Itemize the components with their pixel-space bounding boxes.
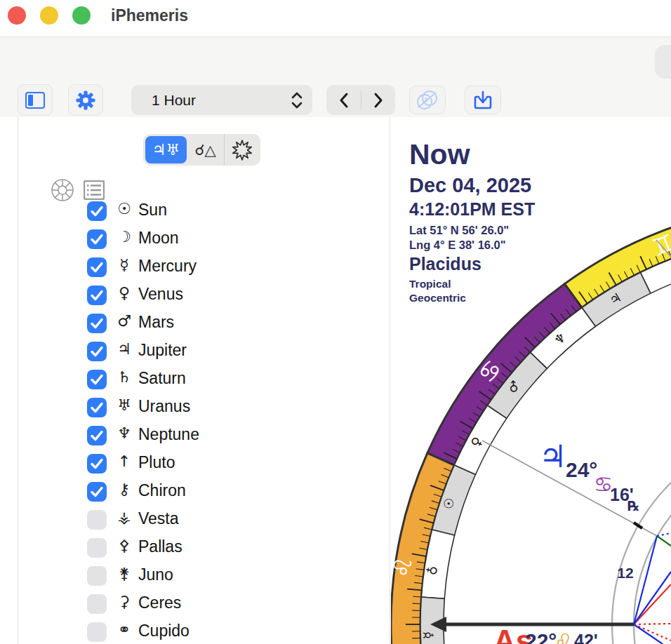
planet-row-cupido: ⚭Cupido	[18, 618, 390, 644]
planet-glyph-ceres: ⚳	[115, 593, 133, 610]
interval-popup[interactable]: 1 Hour	[131, 85, 312, 115]
checkbox-mars[interactable]	[87, 314, 107, 333]
title-bar: iPhemeris	[0, 0, 671, 37]
burst-star-icon	[231, 139, 253, 161]
ascendant-label-part-2: ♌	[554, 629, 573, 644]
planet-row-vesta: ⚶Vesta	[18, 506, 390, 534]
planet-row-saturn: ♄Saturn	[18, 365, 390, 394]
checkbox-juno[interactable]	[87, 566, 107, 586]
checkbox-saturn[interactable]	[87, 370, 107, 389]
planet-glyph-mercury: ☿	[115, 256, 133, 274]
planet-glyph-saturn: ♄	[115, 368, 133, 386]
astrology-wheel: ♊♋♌♃♆♂♀☉♁☿12♃24°♋16'℞As22°♌42'	[391, 117, 671, 644]
planet-glyph-cupido: ⚭	[115, 621, 133, 638]
jupiter-callout-part-1: 24°	[566, 458, 597, 481]
planet-row-chiron: ⚷Chiron	[18, 478, 390, 506]
planet-row-jupiter: ♃Jupiter	[18, 337, 390, 365]
biwheel-button[interactable]	[409, 86, 446, 114]
window-title: iPhemeris	[111, 6, 188, 25]
house-circle-1	[634, 446, 671, 644]
sidebar-toggle-icon	[25, 91, 46, 109]
aspect-line-5	[634, 624, 671, 624]
chart-panel: Now Dec 04, 2025 4:12:01PM EST Lat 51° N…	[391, 117, 671, 644]
planet-glyph-pluto: ↑	[115, 452, 133, 470]
planet-label-juno: Juno	[138, 565, 173, 584]
planet-row-neptune: ♆Neptune	[18, 422, 390, 450]
forward-chevron-icon	[373, 92, 384, 109]
checkbox-mercury[interactable]	[87, 257, 107, 277]
planet-row-uranus: ♅Uranus	[18, 394, 390, 422]
tab-planets[interactable]: ♃♅	[145, 136, 187, 163]
planet-row-juno: ⚵Juno	[18, 562, 390, 590]
checkbox-chiron[interactable]	[87, 482, 107, 502]
minimize-button[interactable]	[40, 6, 58, 25]
planet-glyph-vesta: ⚶	[115, 509, 133, 526]
zodiac-glyph-leo: ♌	[391, 554, 418, 579]
export-download-icon	[473, 90, 493, 111]
biwheel-icon	[415, 90, 440, 111]
planet-label-ceres: Ceres	[138, 593, 181, 612]
checkbox-venus[interactable]	[87, 286, 107, 305]
drawer-handle[interactable]	[655, 45, 671, 79]
interval-popup-label: 1 Hour	[152, 92, 291, 109]
planet-row-pluto: ↑Pluto	[18, 450, 390, 478]
planet-row-mercury: ☿Mercury	[18, 253, 390, 281]
decan-glyph-7: ☿	[420, 631, 435, 639]
aspect-line-1	[657, 536, 671, 546]
zoom-button[interactable]	[72, 6, 91, 25]
checkbox-cupido[interactable]	[87, 622, 107, 642]
planet-label-mercury: Mercury	[138, 257, 197, 276]
checkbox-uranus[interactable]	[87, 398, 107, 417]
checkbox-vesta[interactable]	[87, 510, 107, 530]
forward-button[interactable]	[361, 85, 395, 115]
planet-label-sun: Sun	[138, 201, 167, 220]
planet-label-vesta: Vesta	[138, 509, 179, 528]
planet-row-venus: ♀Venus	[18, 281, 390, 309]
planet-label-moon: Moon	[138, 229, 179, 248]
checkbox-ceres[interactable]	[87, 594, 107, 614]
planet-glyph-chiron: ⚷	[115, 481, 133, 498]
sidebar-toggle-button[interactable]	[18, 84, 53, 116]
checkbox-moon[interactable]	[87, 229, 107, 249]
checkbox-pluto[interactable]	[87, 454, 107, 474]
checkbox-jupiter[interactable]	[87, 342, 107, 361]
jupiter-callout-part-0: ♃	[539, 438, 566, 474]
planet-row-ceres: ⚳Ceres	[18, 590, 390, 618]
ascendant-label-part-3: 42'	[574, 631, 598, 644]
close-button[interactable]	[8, 6, 26, 25]
checkbox-pallas[interactable]	[87, 538, 107, 558]
export-button[interactable]	[465, 86, 501, 114]
planet-label-pluto: Pluto	[138, 453, 175, 472]
sidebar-panel: ♃♅ ☌△	[18, 117, 390, 644]
ascendant-label-part-1: 22°	[525, 629, 557, 644]
planet-glyph-jupiter: ♃	[115, 340, 133, 358]
planet-glyph-uranus: ♅	[115, 396, 133, 414]
planet-label-jupiter: Jupiter	[138, 341, 187, 360]
planet-row-sun: ☉Sun	[18, 197, 390, 225]
planet-label-cupido: Cupido	[138, 622, 190, 640]
checkbox-sun[interactable]	[87, 201, 107, 221]
planet-glyph-juno: ⚵	[115, 565, 133, 582]
planet-label-mars: Mars	[138, 313, 174, 332]
planet-label-neptune: Neptune	[138, 425, 199, 444]
back-chevron-icon	[338, 92, 350, 109]
planet-glyph-venus: ♀	[115, 284, 133, 302]
back-button[interactable]	[326, 85, 361, 115]
tab-fixed-stars[interactable]	[225, 134, 260, 166]
planet-glyph-moon: ☽	[115, 228, 133, 246]
settings-button[interactable]	[68, 84, 103, 116]
planet-label-venus: Venus	[138, 285, 183, 304]
toolbar: 1 Hour	[0, 37, 671, 118]
popup-chevrons-icon	[291, 91, 303, 109]
planet-row-pallas: ⚴Pallas	[18, 534, 390, 562]
planet-glyph-mars: ♂	[115, 312, 133, 330]
tab-aspects[interactable]: ☌△	[187, 134, 224, 166]
gear-icon	[74, 89, 97, 112]
iphemeris-window: iPhemeris 1 Hour	[0, 0, 671, 644]
planet-row-moon: ☽Moon	[18, 225, 390, 253]
planet-label-saturn: Saturn	[138, 369, 186, 388]
planet-glyph-pallas: ⚴	[115, 537, 133, 554]
planet-label-chiron: Chiron	[138, 481, 186, 500]
content-area: ♃♅ ☌△	[0, 117, 671, 644]
checkbox-neptune[interactable]	[87, 426, 107, 445]
